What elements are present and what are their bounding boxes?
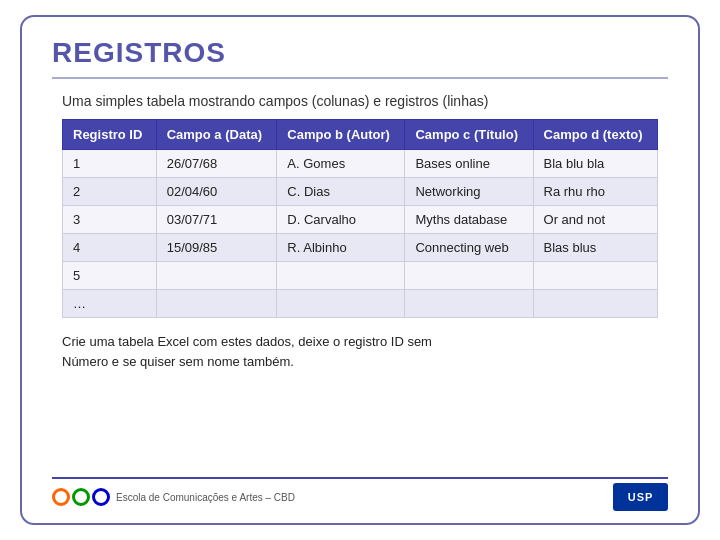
table-cell-3-2: R. Albinho (277, 234, 405, 262)
eca-e-letter (52, 488, 70, 506)
table-row: 415/09/85R. AlbinhoConnecting webBlas bl… (63, 234, 658, 262)
eca-a-letter (92, 488, 110, 506)
bottom-divider (52, 477, 668, 479)
col-header-campo-a: Campo a (Data) (156, 120, 277, 150)
bottom-left: Escola de Comunicações e Artes – CBD (52, 488, 295, 506)
table-row: 5 (63, 262, 658, 290)
table-cell-4-4 (533, 262, 657, 290)
usp-logo: USP (613, 483, 668, 511)
bottom-bar: Escola de Comunicações e Artes – CBD USP (52, 483, 668, 511)
eca-logo (52, 488, 110, 506)
table-cell-1-4: Ra rhu rho (533, 178, 657, 206)
col-header-campo-d: Campo d (texto) (533, 120, 657, 150)
table-cell-5-3 (405, 290, 533, 318)
table-row: 202/04/60C. DiasNetworkingRa rhu rho (63, 178, 658, 206)
table-cell-1-0: 2 (63, 178, 157, 206)
table-cell-3-3: Connecting web (405, 234, 533, 262)
table-cell-1-3: Networking (405, 178, 533, 206)
table-cell-5-0: … (63, 290, 157, 318)
table-cell-1-2: C. Dias (277, 178, 405, 206)
footer-text: Crie uma tabela Excel com estes dados, d… (62, 332, 668, 371)
table-cell-4-3 (405, 262, 533, 290)
table-cell-3-1: 15/09/85 (156, 234, 277, 262)
eca-c-letter (72, 488, 90, 506)
col-header-id: Registro ID (63, 120, 157, 150)
table-cell-3-4: Blas blus (533, 234, 657, 262)
registros-table: Registro ID Campo a (Data) Campo b (Auto… (62, 119, 658, 318)
table-header-row: Registro ID Campo a (Data) Campo b (Auto… (63, 120, 658, 150)
table-cell-2-3: Myths database (405, 206, 533, 234)
table-cell-2-1: 03/07/71 (156, 206, 277, 234)
table-cell-0-1: 26/07/68 (156, 150, 277, 178)
col-header-campo-c: Campo c (Título) (405, 120, 533, 150)
table-row: 126/07/68A. GomesBases onlineBla blu bla (63, 150, 658, 178)
table-cell-4-2 (277, 262, 405, 290)
table-cell-1-1: 02/04/60 (156, 178, 277, 206)
eca-letters (52, 488, 110, 506)
table-cell-3-0: 4 (63, 234, 157, 262)
table-cell-0-0: 1 (63, 150, 157, 178)
slide-container: REGISTROS Uma simples tabela mostrando c… (20, 15, 700, 525)
slide-subtitle: Uma simples tabela mostrando campos (col… (62, 93, 668, 109)
table-row: … (63, 290, 658, 318)
table-cell-4-0: 5 (63, 262, 157, 290)
col-header-campo-b: Campo b (Autor) (277, 120, 405, 150)
table-row: 303/07/71D. CarvalhoMyths databaseOr and… (63, 206, 658, 234)
table-cell-2-2: D. Carvalho (277, 206, 405, 234)
table-cell-2-4: Or and not (533, 206, 657, 234)
table-wrapper: Registro ID Campo a (Data) Campo b (Auto… (62, 119, 658, 318)
table-cell-5-2 (277, 290, 405, 318)
slide-title: REGISTROS (52, 37, 668, 79)
table-cell-0-3: Bases online (405, 150, 533, 178)
table-cell-0-4: Bla blu bla (533, 150, 657, 178)
school-text: Escola de Comunicações e Artes – CBD (116, 492, 295, 503)
table-cell-0-2: A. Gomes (277, 150, 405, 178)
table-cell-5-4 (533, 290, 657, 318)
table-cell-2-0: 3 (63, 206, 157, 234)
table-cell-5-1 (156, 290, 277, 318)
table-cell-4-1 (156, 262, 277, 290)
